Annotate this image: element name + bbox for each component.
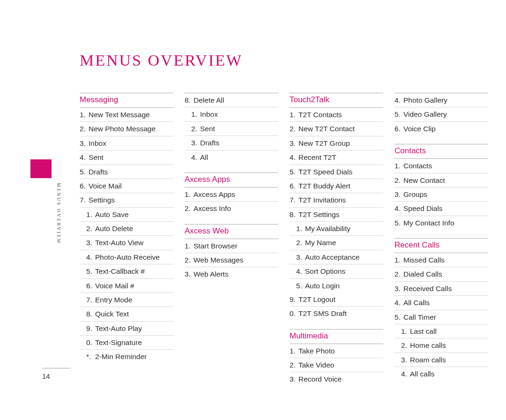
menu-section: Recent Calls1.Missed Calls2.Dialed Calls… — [394, 238, 488, 381]
sub-items: 1.Auto Save2.Auto Delete3.Text-Auto View… — [80, 208, 173, 364]
item-label: Auto Delete — [95, 224, 133, 233]
item-number: 1. — [296, 224, 303, 233]
section-items: 1.Contacts2.New Contact3.Groups4.Speed D… — [394, 158, 488, 230]
menu-sub-item: 1.Last call — [394, 324, 488, 338]
item-number: 5. — [394, 110, 401, 119]
item-number: 5. — [394, 313, 401, 322]
item-label: Drafts — [89, 167, 108, 176]
section-items: 1.Axcess Apps2.Axcess Info — [185, 187, 278, 216]
item-number: 4. — [401, 369, 408, 378]
menu-item: 2.Axcess Info — [185, 202, 278, 215]
item-label: Missed Calls — [403, 255, 445, 264]
item-number: 1. — [401, 327, 408, 336]
menu-item: 4.Photo Gallery — [394, 93, 488, 107]
section-heading: Recent Calls — [394, 240, 488, 250]
menu-item: 8.T2T Settings — [290, 208, 383, 222]
section-items: 1.Take Photo2.Take Video3.Record Voice — [290, 344, 383, 386]
item-number: 1. — [191, 110, 198, 119]
menu-sub-item: 3.Auto Acceptance — [290, 250, 383, 264]
item-number: 6. — [80, 181, 86, 190]
item-label: New T2T Contact — [298, 124, 355, 133]
section-items: 1.Start Browser2.Web Messages3.Web Alert… — [185, 239, 278, 281]
page-title: MENUS OVERVIEW — [80, 52, 469, 69]
menu-item: 0.T2T SMS Draft — [290, 307, 383, 320]
item-label: Last call — [410, 327, 437, 336]
item-label: Call Timer — [403, 313, 436, 322]
section-divider — [290, 93, 383, 93]
sub-items: 1.My Availability2.My Name3.Auto Accepta… — [290, 222, 383, 292]
menu-item: 7.Settings — [80, 193, 173, 207]
item-label: My Name — [305, 238, 336, 247]
item-label: Record Voice — [298, 375, 342, 383]
menu-item: 6.Voice Mail — [80, 179, 173, 193]
menu-columns: Messaging1.New Text Message2.New Photo M… — [80, 93, 469, 386]
menu-item: 9.T2T Logout — [290, 292, 383, 307]
item-number: 3. — [394, 284, 401, 293]
item-number: 4. — [86, 253, 93, 262]
item-number: 3. — [296, 253, 303, 262]
item-label: T2T Speed Dials — [298, 167, 352, 176]
item-number: 3. — [401, 355, 408, 364]
item-number: 2. — [296, 238, 303, 247]
sub-items: 1.Last call2.Home calls3.Roam calls4.All… — [394, 324, 488, 381]
item-label: Auto Save — [95, 210, 129, 219]
item-number: 1. — [290, 110, 296, 119]
section-divider — [290, 329, 383, 330]
menu-section: Touch2Talk1.T2T Contacts2.New T2T Contac… — [290, 93, 383, 321]
menu-item: 2.New T2T Contact — [290, 122, 383, 136]
menu-section: Contacts1.Contacts2.New Contact3.Groups4… — [394, 144, 488, 230]
item-label: Contacts — [403, 161, 432, 170]
item-number: 3. — [394, 190, 401, 199]
item-label: All — [200, 153, 208, 162]
menu-item: 2.Dialed Calls — [394, 267, 488, 281]
menu-item: 4.Speed Dials — [394, 202, 488, 216]
item-number: 5. — [80, 167, 86, 176]
menu-item: 2.Take Video — [290, 358, 383, 372]
menu-item: 1.Start Browser — [185, 239, 278, 253]
menu-item: 4.Sent — [80, 150, 173, 165]
section-items: 1.T2T Contacts2.New T2T Contact3.New T2T… — [290, 107, 383, 321]
item-number: 4. — [191, 153, 198, 162]
page-number: 14 — [42, 372, 50, 380]
item-label: Received Calls — [403, 284, 452, 293]
item-number: 1. — [185, 241, 191, 250]
menu-item: 3.Web Alerts — [185, 267, 278, 281]
menu-column: Messaging1.New Text Message2.New Photo M… — [80, 93, 173, 386]
item-number: 7. — [80, 195, 86, 204]
item-label: Delete All — [193, 96, 224, 105]
item-label: T2T SMS Draft — [298, 309, 347, 318]
item-label: Sort Options — [305, 267, 345, 276]
item-label: Voice Mail — [89, 181, 122, 190]
item-number: *. — [86, 352, 93, 361]
item-number: 1. — [394, 161, 401, 170]
menu-sub-item: 0.Text-Signature — [80, 336, 173, 350]
item-number: 1. — [290, 346, 296, 355]
item-number: 2. — [185, 255, 191, 264]
item-number: 6. — [290, 181, 296, 190]
item-label: New Text Message — [89, 110, 150, 119]
menu-sub-item: 8.Quick Text — [80, 307, 173, 321]
section-divider — [394, 238, 488, 239]
section-tab-color — [30, 159, 52, 178]
menu-section: Messaging1.New Text Message2.New Photo M… — [80, 93, 173, 364]
item-label: T2T Contacts — [298, 110, 342, 119]
item-number: 2. — [401, 341, 408, 350]
item-number: 5. — [290, 167, 296, 176]
menu-sub-item: 5.Auto Login — [290, 279, 383, 292]
menu-sub-item: 7.Entry Mode — [80, 293, 173, 307]
item-number: 1. — [86, 210, 93, 219]
item-label: Auto Login — [305, 281, 340, 290]
menu-item: 3.Record Voice — [290, 372, 383, 386]
section-heading: Axcess Apps — [185, 175, 278, 184]
item-number: 3. — [290, 139, 296, 148]
menu-sub-item: 6.Voice Mail # — [80, 279, 173, 293]
item-label: T2T Settings — [298, 210, 340, 219]
item-label: Speed Dials — [403, 204, 443, 213]
menu-item: 1.New Text Message — [80, 108, 173, 122]
item-label: Entry Mode — [95, 295, 132, 304]
item-label: Photo-Auto Receive — [95, 253, 160, 262]
item-number: 1. — [80, 110, 86, 119]
item-number: 3. — [80, 139, 86, 148]
section-divider — [185, 172, 278, 173]
section-heading: Axcess Web — [185, 226, 278, 236]
